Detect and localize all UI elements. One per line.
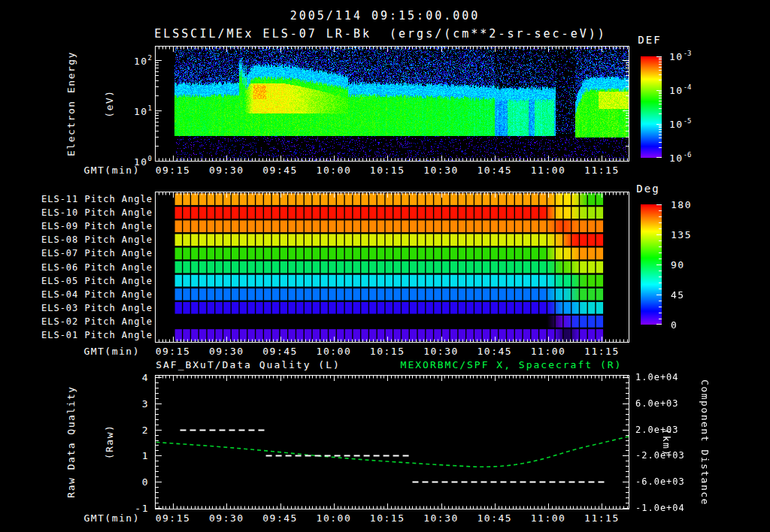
bottom-left-title: SAF_BXuT/Data Quality (L) [156, 359, 341, 370]
def-tick-label-1e-4: 10-4 [669, 84, 692, 96]
time-tick-label-0945-row1: 09:45 [262, 165, 298, 176]
time-tick-label-1015-row1: 10:15 [370, 165, 405, 176]
time-tick-label-1030-row2: 10:30 [423, 346, 459, 357]
distance-tick-label-2000: 2.0e+03 [635, 425, 679, 435]
time-tick-label-0915-row1: 09:15 [156, 165, 191, 176]
time-tick-label-0915-row3: 09:15 [156, 512, 191, 524]
y-label-line1: Raw Data Quality [65, 322, 77, 532]
time-tick-label-0945-row3: 09:45 [262, 512, 298, 524]
time-tick-label-1045-row1: 10:45 [477, 165, 512, 176]
time-tick-label-0930-row3: 09:30 [209, 512, 244, 524]
pitch-angle-canvas [155, 192, 629, 343]
instrument-title: ELSSCIL/MEx ELS-07 LR-Bk (ergs/(cm**2-sr… [154, 27, 607, 41]
quality-y-axis-label: Raw Data Quality (Raw) [39, 322, 66, 532]
quality-tick-label-4: 4 [142, 372, 149, 383]
deg-tick-label-45: 45 [671, 289, 685, 301]
bottom-right-title: MEXORBMC/SPF X, Spacecraft (R) [401, 359, 623, 370]
time-tick-label-1015-row2: 10:15 [370, 346, 405, 357]
def-colorbar-title: DEF [638, 34, 661, 46]
row-label-els-03: ELS-03 Pitch Angle [41, 303, 153, 313]
time-tick-label-0930-row2: 09:30 [209, 346, 244, 357]
time-tick-label-1115-row3: 11:15 [584, 512, 620, 524]
plot-stage: 2005/114 09:15:00.000 ELSSCIL/MEx ELS-07… [0, 0, 770, 532]
deg-tick-label-135: 135 [671, 229, 692, 240]
distance-y-axis-label: Component Distance (km) [710, 322, 737, 532]
gmt-axis-label-2: GMT(min) [83, 346, 140, 357]
quality-tick-label-0: 0 [142, 476, 149, 488]
time-tick-label-0945-row2: 09:45 [262, 346, 298, 357]
quality-distance-canvas [155, 375, 629, 509]
deg-colorbar-title: Deg [636, 183, 659, 195]
time-tick-label-1015-row3: 10:15 [370, 512, 405, 524]
deg-tick-label-180: 180 [671, 199, 692, 210]
distance-tick-label--10000: -1.0e+04 [635, 503, 685, 513]
row-label-els-11: ELS-11 Pitch Angle [41, 194, 153, 204]
spectrogram-canvas [155, 46, 629, 162]
distance-tick-label-10000: 1.0e+04 [635, 372, 679, 382]
row-label-els-02: ELS-02 Pitch Angle [41, 316, 153, 327]
row-label-els-04: ELS-04 Pitch Angle [41, 289, 153, 300]
row-label-els-08: ELS-08 Pitch Angle [41, 234, 153, 245]
y-label-line1: Electron Energy [65, 0, 77, 224]
energy-tick-label-1e1: 101 [134, 105, 152, 117]
gmt-axis-label-1: GMT(min) [83, 165, 140, 176]
distance-tick-label--2000: -2.0e+03 [635, 450, 685, 461]
deg-tick-label-0: 0 [671, 319, 678, 331]
gmt-axis-label-3: GMT(min) [83, 512, 140, 524]
row-label-els-10: ELS-10 Pitch Angle [41, 207, 153, 218]
deg-tick-label-90: 90 [671, 259, 685, 271]
time-tick-label-1100-row1: 11:00 [531, 165, 566, 176]
quality-tick-label--1: -1 [135, 503, 149, 514]
time-tick-label-1000-row2: 10:00 [317, 346, 352, 357]
time-tick-label-1000-row1: 10:00 [317, 165, 352, 176]
quality-tick-label-3: 3 [142, 397, 149, 409]
distance-tick-label--6000: -6.0e+03 [635, 476, 685, 487]
def-tick-label-1e-3: 10-3 [669, 50, 692, 62]
time-tick-label-1115-row1: 11:15 [584, 165, 620, 176]
row-label-els-07: ELS-07 Pitch Angle [41, 248, 153, 258]
quality-tick-label-2: 2 [142, 424, 149, 435]
time-tick-label-1045-row3: 10:45 [477, 512, 512, 524]
distance-tick-label-6000: 6.0e+03 [635, 398, 679, 409]
time-tick-label-1100-row3: 11:00 [531, 512, 566, 524]
def-tick-label-1e-5: 10-5 [669, 118, 692, 130]
time-tick-label-0915-row2: 09:15 [156, 346, 191, 357]
time-tick-label-1115-row2: 11:15 [584, 346, 620, 357]
y-label-line1: Component Distance [699, 322, 711, 532]
def-colorbar [641, 56, 662, 158]
row-label-els-09: ELS-09 Pitch Angle [41, 221, 153, 231]
timestamp-title: 2005/114 09:15:00.000 [290, 9, 480, 23]
energy-tick-label-1e0: 100 [134, 156, 152, 168]
row-label-els-01: ELS-01 Pitch Angle [41, 330, 153, 340]
time-tick-label-1030-row1: 10:30 [423, 165, 459, 176]
time-tick-label-1000-row3: 10:00 [317, 512, 352, 524]
def-tick-label-1e-6: 10-6 [669, 152, 692, 164]
y-label-line2: (eV) [103, 0, 116, 224]
time-tick-label-0930-row1: 09:30 [209, 165, 244, 176]
row-label-els-06: ELS-06 Pitch Angle [41, 262, 153, 273]
time-tick-label-1030-row3: 10:30 [423, 512, 459, 524]
deg-colorbar [641, 204, 662, 325]
energy-tick-label-1e2: 102 [134, 55, 152, 67]
time-tick-label-1100-row2: 11:00 [531, 346, 566, 357]
time-tick-label-1045-row2: 10:45 [477, 346, 512, 357]
spectrogram-y-axis-label: Electron Energy (eV) [39, 0, 66, 224]
row-label-els-05: ELS-05 Pitch Angle [41, 276, 153, 286]
quality-tick-label-1: 1 [142, 450, 149, 461]
